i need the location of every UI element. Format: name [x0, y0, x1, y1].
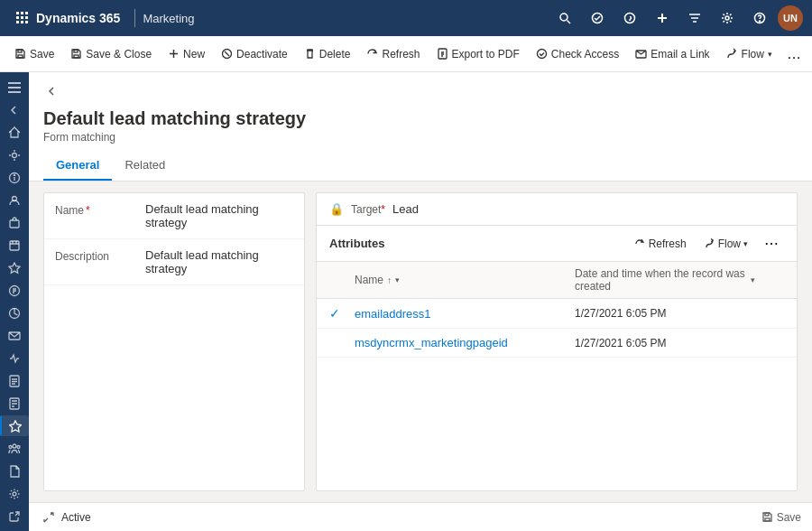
page-title: Default lead matching strategy [43, 108, 798, 129]
main-layout: Default lead matching strategy Form matc… [0, 72, 812, 531]
new-button[interactable]: New [161, 44, 212, 64]
status-badge: Active [61, 511, 91, 524]
sidebar-home-icon[interactable] [0, 122, 29, 143]
deactivate-button[interactable]: Deactivate [214, 44, 295, 64]
top-bar: Dynamics 365 Marketing [0, 0, 812, 36]
svg-rect-0 [16, 12, 19, 14]
save-close-button[interactable]: Save & Close [63, 44, 159, 64]
svg-rect-6 [16, 21, 19, 23]
save-button[interactable]: Save [7, 44, 61, 64]
tab-general[interactable]: General [43, 151, 112, 181]
flow-button[interactable]: Flow ▾ [719, 44, 780, 64]
description-value[interactable]: Default lead matching strategy [145, 248, 293, 275]
sidebar-external-icon[interactable] [0, 506, 29, 526]
target-label: Target* [351, 203, 385, 216]
left-panel: Name* Default lead matching strategy Des… [43, 192, 305, 491]
description-label: Description [55, 248, 145, 263]
col-date-header[interactable]: Date and time when the record was create… [575, 267, 755, 293]
row-name-1[interactable]: emailaddress1 [355, 307, 575, 321]
check-access-button[interactable]: Check Access [529, 44, 626, 64]
name-label: Name* [55, 202, 145, 217]
sort-asc-icon: ↑ [387, 275, 392, 285]
sidebar-activities-icon[interactable] [0, 235, 29, 256]
delete-button[interactable]: Delete [297, 44, 358, 64]
svg-rect-2 [25, 12, 28, 14]
refresh-button[interactable]: Refresh [359, 44, 427, 64]
nav-row [43, 83, 798, 101]
sidebar-teams-icon[interactable] [0, 438, 29, 459]
export-pdf-button[interactable]: Export to PDF [429, 44, 527, 64]
sidebar-settings2-icon[interactable] [0, 483, 29, 504]
sidebar-journeys-icon[interactable] [0, 348, 29, 368]
settings-icon[interactable] [713, 4, 742, 33]
apps-button[interactable] [9, 11, 36, 25]
module-name: Marketing [143, 12, 194, 25]
content-area: Default lead matching strategy Form matc… [29, 72, 812, 531]
sidebar-active-icon[interactable] [0, 415, 29, 436]
email-link-button[interactable]: Email a Link [628, 44, 716, 64]
table-header: Name ↑ ▾ Date and time when the record w… [317, 262, 797, 299]
description-field-row: Description Default lead matching strate… [44, 239, 304, 285]
svg-point-32 [13, 153, 17, 157]
back-button[interactable] [43, 83, 61, 101]
page-header: Default lead matching strategy Form matc… [29, 72, 812, 182]
tab-related[interactable]: Related [112, 151, 178, 181]
sidebar-forms-icon[interactable] [0, 370, 29, 391]
question-icon[interactable] [745, 4, 774, 33]
row-name-2[interactable]: msdyncrmx_marketingpageid [355, 336, 575, 349]
svg-rect-49 [765, 513, 769, 516]
sidebar-accounts-icon[interactable] [0, 212, 29, 233]
attributes-title: Attributes [329, 237, 627, 250]
sidebar-leads-icon[interactable] [0, 257, 29, 278]
attributes-section: Attributes Refresh [317, 226, 797, 490]
col-name-dropdown-icon[interactable]: ▾ [395, 275, 400, 284]
user-avatar[interactable]: UN [778, 5, 803, 31]
flow-dropdown-arrow: ▾ [768, 50, 772, 59]
add-button[interactable] [648, 4, 677, 33]
svg-rect-19 [18, 50, 22, 52]
form-content: Name* Default lead matching strategy Des… [29, 182, 812, 502]
sidebar-marketing-icon[interactable] [0, 280, 29, 301]
attributes-table: Name ↑ ▾ Date and time when the record w… [317, 262, 797, 358]
search-icon[interactable] [550, 4, 579, 33]
svg-rect-48 [765, 518, 770, 521]
sidebar-menu-icon[interactable] [0, 77, 29, 98]
svg-rect-20 [74, 55, 78, 58]
flow-chevron-icon: ▾ [743, 239, 748, 248]
sidebar-settings-icon[interactable] [0, 144, 29, 165]
sidebar-pages-icon[interactable] [0, 393, 29, 414]
attr-refresh-button[interactable]: Refresh [627, 234, 694, 254]
svg-point-15 [725, 16, 729, 20]
tasks-icon[interactable] [583, 4, 612, 33]
row-date-2: 1/27/2021 6:05 PM [575, 337, 755, 349]
svg-rect-37 [10, 220, 19, 228]
sidebar-contacts-icon[interactable] [0, 190, 29, 210]
name-value[interactable]: Default lead matching strategy [145, 202, 293, 229]
svg-point-27 [537, 50, 546, 59]
check-icon-1: ✓ [329, 306, 340, 321]
svg-rect-8 [25, 21, 28, 23]
attr-actions: Refresh Flow ▾ ⋯ [627, 233, 784, 254]
svg-line-10 [567, 21, 571, 24]
svg-rect-3 [16, 16, 19, 19]
sidebar-docs-icon[interactable] [0, 461, 29, 481]
sidebar-emails-icon[interactable] [0, 325, 29, 346]
col-date-dropdown-icon[interactable]: ▾ [751, 275, 755, 284]
sidebar [0, 72, 29, 531]
filter-icon[interactable] [680, 4, 709, 33]
sidebar-info-icon[interactable] [0, 167, 29, 188]
attr-more-button[interactable]: ⋯ [759, 233, 784, 254]
svg-point-35 [14, 174, 15, 175]
help-search-icon[interactable] [615, 4, 644, 33]
attr-flow-button[interactable]: Flow ▾ [697, 234, 755, 254]
svg-point-45 [9, 445, 12, 448]
expand-icon[interactable] [40, 508, 58, 526]
footer: Active Save [29, 502, 812, 531]
svg-rect-29 [8, 82, 21, 84]
footer-save-button[interactable]: Save [761, 511, 801, 524]
more-options-button[interactable]: … [781, 42, 807, 66]
right-panel: 🔒 Target* Lead Attributes [316, 192, 798, 491]
col-name-header[interactable]: Name ↑ ▾ [355, 274, 575, 286]
sidebar-segments-icon[interactable] [0, 303, 29, 323]
sidebar-back-icon[interactable] [0, 99, 29, 120]
